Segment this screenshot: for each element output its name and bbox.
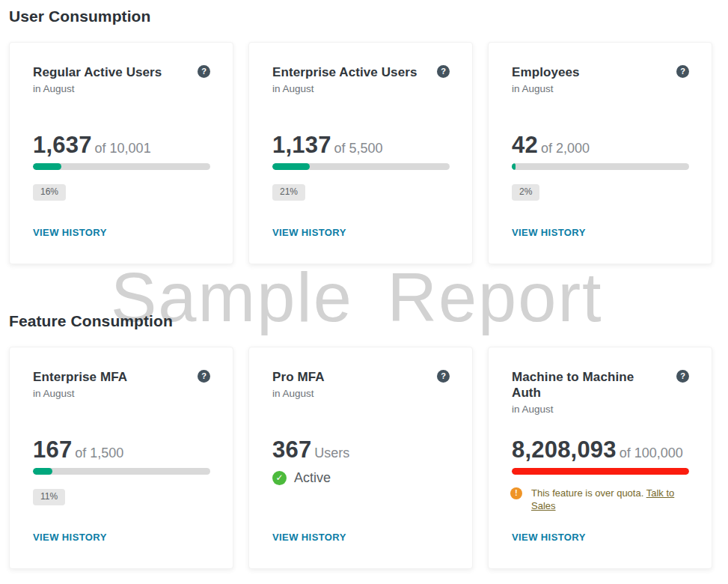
usage-unit: Users bbox=[314, 445, 349, 460]
warning-icon: ! bbox=[510, 487, 522, 499]
help-icon[interactable]: ? bbox=[198, 65, 210, 78]
percent-badge: 11% bbox=[33, 489, 65, 505]
warning-message: This feature is over quota. bbox=[531, 487, 646, 499]
card-employees: Employees ? in August 42of 2,000 2% VIEW… bbox=[488, 42, 712, 264]
card-period: in August bbox=[33, 82, 210, 96]
card-period: in August bbox=[272, 387, 450, 401]
view-history-link[interactable]: VIEW HISTORY bbox=[272, 227, 346, 238]
usage-quota: of 5,500 bbox=[334, 141, 383, 156]
warning-text: This feature is over quota. Talk to Sale… bbox=[531, 487, 692, 512]
usage-value: 1,137 bbox=[272, 132, 331, 158]
status-label: Active bbox=[294, 470, 331, 486]
usage-value: 167 bbox=[33, 437, 72, 463]
help-icon[interactable]: ? bbox=[437, 65, 450, 78]
progress-fill bbox=[33, 163, 61, 170]
section-heading-feature-consumption: Feature Consumption bbox=[9, 312, 712, 330]
progress-fill bbox=[272, 163, 310, 170]
card-period: in August bbox=[272, 82, 450, 96]
usage-metric: 1,137of 5,500 bbox=[272, 131, 450, 163]
card-period: in August bbox=[512, 82, 689, 96]
usage-metric: 1,637of 10,001 bbox=[33, 131, 210, 163]
card-period: in August bbox=[512, 403, 689, 416]
card-title: Pro MFA bbox=[272, 369, 325, 385]
card-title: Employees bbox=[512, 64, 580, 80]
usage-quota: of 10,001 bbox=[95, 141, 151, 156]
card-pro-mfa: Pro MFA ? in August 367Users ✓ Active VI… bbox=[248, 347, 473, 569]
feature-consumption-card-grid: Enterprise MFA ? in August 167of 1,500 1… bbox=[9, 347, 712, 569]
progress-fill bbox=[33, 468, 52, 475]
user-consumption-card-grid: Regular Active Users ? in August 1,637of… bbox=[9, 42, 712, 264]
over-quota-warning: ! This feature is over quota. Talk to Sa… bbox=[510, 487, 692, 512]
progress-bar bbox=[272, 163, 450, 170]
card-period: in August bbox=[33, 387, 210, 401]
progress-fill bbox=[512, 163, 516, 170]
usage-quota: of 2,000 bbox=[541, 141, 590, 156]
view-history-link[interactable]: VIEW HISTORY bbox=[33, 532, 107, 543]
progress-bar bbox=[33, 468, 210, 475]
usage-report-page: User Consumption Regular Active Users ? … bbox=[0, 0, 728, 569]
usage-metric: 167of 1,500 bbox=[33, 436, 210, 468]
card-machine-to-machine-auth: Machine to Machine Auth ? in August 8,20… bbox=[488, 347, 712, 569]
help-icon[interactable]: ? bbox=[676, 370, 689, 383]
usage-value: 8,208,093 bbox=[512, 437, 617, 463]
status-row: ✓ Active bbox=[272, 470, 331, 486]
usage-quota: of 1,500 bbox=[75, 445, 123, 460]
view-history-link[interactable]: VIEW HISTORY bbox=[512, 532, 586, 543]
help-icon[interactable]: ? bbox=[198, 370, 210, 383]
card-title: Machine to Machine Auth bbox=[512, 369, 661, 401]
progress-bar bbox=[512, 468, 689, 475]
section-heading-user-consumption: User Consumption bbox=[9, 7, 712, 25]
usage-metric: 42of 2,000 bbox=[512, 131, 689, 163]
view-history-link[interactable]: VIEW HISTORY bbox=[512, 227, 586, 238]
card-enterprise-mfa: Enterprise MFA ? in August 167of 1,500 1… bbox=[9, 347, 233, 569]
usage-quota: of 100,000 bbox=[620, 445, 683, 460]
usage-value: 367 bbox=[272, 437, 311, 463]
usage-metric: 367Users bbox=[272, 436, 450, 468]
progress-bar bbox=[512, 163, 689, 170]
usage-value: 42 bbox=[512, 132, 538, 158]
progress-bar bbox=[33, 163, 210, 170]
card-regular-active-users: Regular Active Users ? in August 1,637of… bbox=[9, 42, 233, 264]
card-enterprise-active-users: Enterprise Active Users ? in August 1,13… bbox=[248, 42, 473, 264]
view-history-link[interactable]: VIEW HISTORY bbox=[33, 227, 107, 238]
usage-metric: 8,208,093of 100,000 bbox=[512, 436, 689, 468]
card-title: Enterprise MFA bbox=[33, 369, 127, 385]
active-check-icon: ✓ bbox=[272, 471, 287, 485]
help-icon[interactable]: ? bbox=[437, 370, 450, 383]
usage-value: 1,637 bbox=[33, 132, 92, 158]
progress-fill-overquota bbox=[512, 468, 689, 475]
card-title: Enterprise Active Users bbox=[272, 64, 417, 80]
percent-badge: 2% bbox=[512, 184, 539, 201]
card-title: Regular Active Users bbox=[33, 64, 162, 80]
view-history-link[interactable]: VIEW HISTORY bbox=[272, 532, 346, 543]
percent-badge: 21% bbox=[272, 184, 305, 201]
percent-badge: 16% bbox=[33, 184, 66, 201]
help-icon[interactable]: ? bbox=[676, 65, 689, 78]
